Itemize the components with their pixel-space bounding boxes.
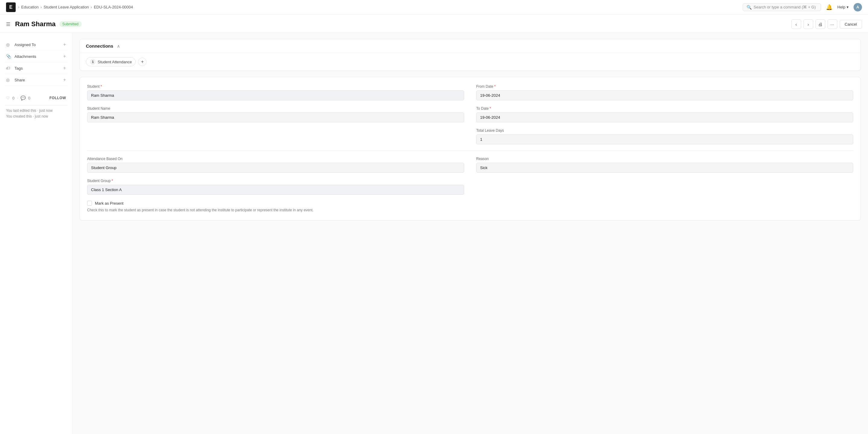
navbar-right: 🔍 Search or type a command (⌘ + G) 🔔 Hel…	[743, 3, 862, 11]
add-connection-button[interactable]: +	[138, 58, 147, 66]
next-button[interactable]: ›	[804, 19, 813, 29]
tags-label: Tags	[14, 66, 60, 70]
assigned-to-label: Assigned To	[14, 42, 60, 47]
form-row-5: Student Group * Class 1 Section A	[87, 179, 853, 195]
assigned-to-add-icon[interactable]: +	[63, 42, 66, 47]
comments-count: 0	[28, 96, 30, 100]
connections-section: Connections ∧ 1 Student Attendance +	[80, 39, 861, 71]
student-field-group: Student * Ram Sharma	[87, 84, 464, 100]
avatar[interactable]: A	[854, 3, 862, 11]
mark-as-present-helper: Check this to mark the student as presen…	[87, 207, 853, 213]
created-text: You created this · just now	[6, 114, 66, 119]
more-options-button[interactable]: ···	[828, 19, 837, 29]
from-date-field-group: From Date * 19-06-2024	[476, 84, 853, 100]
likes-count: 0	[12, 96, 14, 100]
dot-separator: ·	[17, 96, 18, 100]
student-value[interactable]: Ram Sharma	[87, 90, 464, 100]
student-name-field-group: Student Name Ram Sharma	[87, 106, 464, 122]
connections-collapse-icon[interactable]: ∧	[117, 44, 120, 49]
header-actions: ‹ › 🖨 ··· Cancel	[792, 19, 862, 29]
sidebar-item-attachments[interactable]: 📎 Attachments +	[5, 51, 67, 62]
to-date-field-group: To Date * 19-06-2024	[476, 106, 853, 122]
to-date-value[interactable]: 19-06-2024	[476, 113, 853, 122]
sidebar-item-tags[interactable]: 🏷 Tags +	[5, 62, 67, 74]
page-title: Ram Sharma	[15, 20, 56, 28]
tags-add-icon[interactable]: +	[63, 65, 66, 71]
total-leave-days-field-group: Total Leave Days 1	[476, 128, 853, 144]
main-content: Connections ∧ 1 Student Attendance + Stu…	[72, 33, 868, 434]
hamburger-icon[interactable]: ☰	[6, 22, 10, 27]
search-bar[interactable]: 🔍 Search or type a command (⌘ + G)	[743, 3, 821, 11]
form-section: Student * Ram Sharma From Date * 19-06-2…	[80, 77, 861, 221]
form-row-3: Total Leave Days 1	[87, 128, 853, 144]
to-date-label: To Date *	[476, 106, 853, 111]
student-group-value[interactable]: Class 1 Section A	[87, 185, 464, 195]
share-add-icon[interactable]: +	[63, 77, 66, 83]
total-leave-days-value[interactable]: 1	[476, 134, 853, 144]
student-group-label: Student Group *	[87, 179, 464, 183]
navbar: E › Education › Student Leave Applicatio…	[0, 0, 868, 14]
like-icon[interactable]: ♡	[6, 96, 10, 100]
reason-label: Reason	[476, 157, 853, 161]
connections-body: 1 Student Attendance +	[80, 53, 861, 70]
form-divider	[87, 150, 853, 151]
sidebar: ◎ Assigned To + 📎 Attachments + 🏷 Tags +…	[0, 33, 72, 434]
sidebar-item-assigned-to[interactable]: ◎ Assigned To +	[5, 39, 67, 51]
breadcrumb: › Education › Student Leave Application …	[18, 5, 743, 9]
share-icon: ◎	[6, 78, 11, 82]
breadcrumb-chevron-1: ›	[18, 5, 19, 9]
sidebar-meta: You last edited this · just now You crea…	[5, 105, 67, 122]
cancel-button[interactable]: Cancel	[840, 20, 862, 29]
student-attendance-connection[interactable]: 1 Student Attendance	[86, 57, 135, 66]
to-date-required: *	[490, 106, 491, 111]
attachments-label: Attachments	[14, 54, 60, 59]
breadcrumb-chevron-3: ›	[91, 5, 92, 9]
total-leave-days-label: Total Leave Days	[476, 128, 853, 133]
mark-as-present-label: Mark as Present	[95, 201, 124, 206]
mark-as-present-checkbox[interactable]	[87, 201, 92, 206]
tags-icon: 🏷	[6, 66, 11, 70]
student-label: Student *	[87, 84, 464, 89]
attendance-based-on-label: Attendance Based On	[87, 157, 464, 161]
connections-header: Connections ∧	[80, 39, 861, 53]
search-placeholder-text: Search or type a command (⌘ + G)	[753, 5, 815, 9]
student-attendance-label: Student Attendance	[98, 60, 132, 64]
student-attendance-count: 1	[90, 59, 96, 65]
from-date-label: From Date *	[476, 84, 853, 89]
attachments-add-icon[interactable]: +	[63, 54, 66, 59]
student-name-label: Student Name	[87, 106, 464, 111]
reason-value[interactable]: Sick	[476, 163, 853, 173]
last-edited-text: You last edited this · just now	[6, 108, 66, 114]
comment-icon[interactable]: 💬	[21, 96, 26, 100]
form-row-1: Student * Ram Sharma From Date * 19-06-2…	[87, 84, 853, 100]
notification-icon[interactable]: 🔔	[826, 4, 832, 10]
reason-field-group: Reason Sick	[476, 157, 853, 173]
attendance-based-on-field-group: Attendance Based On Student Group	[87, 157, 464, 173]
status-badge: Submitted	[59, 21, 82, 27]
print-button[interactable]: 🖨	[815, 19, 825, 29]
help-button[interactable]: Help ▾	[837, 5, 849, 9]
student-group-required: *	[112, 179, 113, 183]
main-layout: ◎ Assigned To + 📎 Attachments + 🏷 Tags +…	[0, 33, 868, 434]
help-chevron-icon: ▾	[846, 5, 849, 9]
breadcrumb-docid: EDU-SLA-2024-00004	[94, 5, 133, 9]
form-row-2: Student Name Ram Sharma To Date * 19-06-…	[87, 106, 853, 122]
connections-title: Connections	[86, 43, 113, 49]
student-name-value: Ram Sharma	[87, 113, 464, 122]
help-label: Help	[837, 5, 845, 9]
breadcrumb-module[interactable]: Education	[21, 5, 38, 9]
form-row-4: Attendance Based On Student Group Reason…	[87, 157, 853, 173]
mark-as-present-row: Mark as Present	[87, 201, 853, 206]
from-date-required: *	[494, 84, 496, 89]
assigned-to-icon: ◎	[6, 42, 11, 47]
attachments-icon: 📎	[6, 54, 11, 59]
follow-button[interactable]: FOLLOW	[50, 96, 66, 100]
brand-logo: E	[6, 2, 16, 12]
sidebar-social-actions: ♡ 0 · 💬 0 FOLLOW	[5, 93, 67, 103]
from-date-value[interactable]: 19-06-2024	[476, 90, 853, 100]
student-group-field-group: Student Group * Class 1 Section A	[87, 179, 464, 195]
sidebar-item-share[interactable]: ◎ Share +	[5, 74, 67, 86]
attendance-based-on-value[interactable]: Student Group	[87, 163, 464, 173]
breadcrumb-doctype[interactable]: Student Leave Application	[44, 5, 89, 9]
prev-button[interactable]: ‹	[792, 19, 801, 29]
